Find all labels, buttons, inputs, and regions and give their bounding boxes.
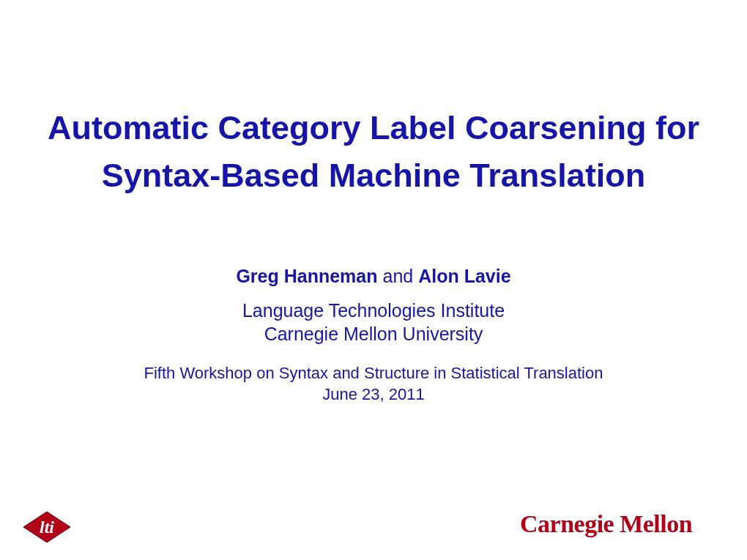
event-date: June 23, 2011 bbox=[0, 384, 747, 406]
affiliation-block: Language Technologies Institute Carnegie… bbox=[0, 299, 747, 346]
author-connector: and bbox=[378, 266, 419, 286]
event-block: Fifth Workshop on Syntax and Structure i… bbox=[0, 362, 747, 406]
carnegie-mellon-logo: Carnegie Mellon bbox=[520, 512, 731, 545]
affiliation-institute: Language Technologies Institute bbox=[0, 299, 747, 323]
cmu-wordmark: Carnegie Mellon bbox=[520, 510, 692, 537]
lti-logo-text: lti bbox=[40, 518, 54, 537]
slide-content: Automatic Category Label Coarsening for … bbox=[0, 0, 747, 406]
authors-line: Greg Hanneman and Alon Lavie bbox=[0, 266, 747, 287]
event-name: Fifth Workshop on Syntax and Structure i… bbox=[0, 362, 747, 384]
presentation-title: Automatic Category Label Coarsening for … bbox=[0, 104, 747, 200]
author-2: Alon Lavie bbox=[418, 266, 510, 286]
author-1: Greg Hanneman bbox=[236, 266, 377, 286]
lti-logo: lti bbox=[13, 509, 81, 545]
affiliation-university: Carnegie Mellon University bbox=[0, 322, 747, 346]
